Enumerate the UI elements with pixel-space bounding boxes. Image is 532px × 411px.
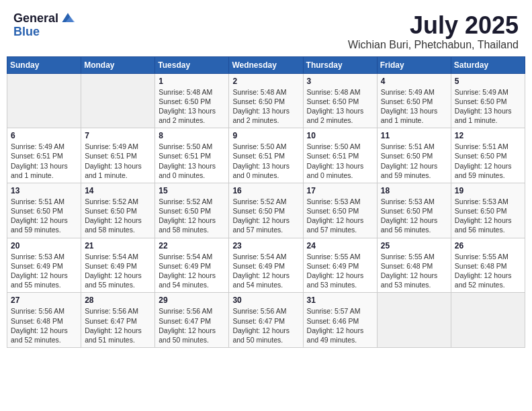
weekday-header: Saturday	[451, 56, 525, 73]
day-number: 6	[11, 131, 77, 140]
day-number: 13	[11, 186, 77, 195]
calendar-day-cell: 28Sunrise: 5:56 AMSunset: 6:47 PMDayligh…	[81, 293, 155, 348]
weekday-header: Monday	[81, 56, 155, 73]
calendar-day-cell: 18Sunrise: 5:53 AMSunset: 6:50 PMDayligh…	[377, 183, 451, 238]
day-info: Sunrise: 5:53 AMSunset: 6:50 PMDaylight:…	[307, 197, 373, 235]
day-info: Sunrise: 5:55 AMSunset: 6:48 PMDaylight:…	[455, 252, 521, 290]
day-info: Sunrise: 5:56 AMSunset: 6:47 PMDaylight:…	[159, 306, 225, 345]
calendar-day-cell: 14Sunrise: 5:52 AMSunset: 6:50 PMDayligh…	[81, 183, 155, 238]
day-number: 8	[159, 131, 225, 140]
calendar-day-cell	[377, 293, 451, 348]
header-row: SundayMondayTuesdayWednesdayThursdayFrid…	[7, 56, 525, 73]
day-info: Sunrise: 5:56 AMSunset: 6:47 PMDaylight:…	[232, 306, 299, 345]
calendar-day-cell: 30Sunrise: 5:56 AMSunset: 6:47 PMDayligh…	[229, 293, 303, 348]
calendar-day-cell: 23Sunrise: 5:54 AMSunset: 6:49 PMDayligh…	[229, 238, 303, 293]
calendar-day-cell: 8Sunrise: 5:50 AMSunset: 6:51 PMDaylight…	[155, 128, 229, 183]
calendar-body: 1Sunrise: 5:48 AMSunset: 6:50 PMDaylight…	[7, 73, 525, 347]
day-info: Sunrise: 5:51 AMSunset: 6:50 PMDaylight:…	[381, 142, 447, 180]
day-number: 17	[307, 186, 373, 195]
day-info: Sunrise: 5:52 AMSunset: 6:50 PMDaylight:…	[159, 197, 225, 235]
day-info: Sunrise: 5:52 AMSunset: 6:50 PMDaylight:…	[232, 197, 299, 235]
day-number: 16	[232, 186, 299, 195]
day-info: Sunrise: 5:55 AMSunset: 6:49 PMDaylight:…	[307, 252, 373, 290]
day-info: Sunrise: 5:51 AMSunset: 6:50 PMDaylight:…	[455, 142, 521, 180]
day-info: Sunrise: 5:48 AMSunset: 6:50 PMDaylight:…	[232, 87, 299, 126]
day-number: 5	[455, 77, 521, 86]
calendar-day-cell: 2Sunrise: 5:48 AMSunset: 6:50 PMDaylight…	[229, 73, 303, 128]
day-number: 27	[11, 295, 77, 305]
logo-blue-text: Blue	[13, 26, 76, 39]
calendar-day-cell: 29Sunrise: 5:56 AMSunset: 6:47 PMDayligh…	[155, 293, 229, 348]
location-title: Wichian Buri, Phetchabun, Thailand	[348, 39, 519, 51]
calendar-day-cell: 31Sunrise: 5:57 AMSunset: 6:46 PMDayligh…	[303, 293, 377, 348]
day-info: Sunrise: 5:48 AMSunset: 6:50 PMDaylight:…	[307, 87, 373, 126]
calendar-day-cell: 5Sunrise: 5:49 AMSunset: 6:50 PMDaylight…	[451, 73, 525, 128]
calendar-day-cell: 9Sunrise: 5:50 AMSunset: 6:51 PMDaylight…	[229, 128, 303, 183]
day-number: 10	[307, 131, 373, 140]
day-number: 21	[85, 241, 151, 250]
day-number: 3	[307, 77, 373, 86]
day-info: Sunrise: 5:56 AMSunset: 6:48 PMDaylight:…	[11, 306, 77, 345]
day-number: 2	[232, 77, 299, 86]
calendar-day-cell: 3Sunrise: 5:48 AMSunset: 6:50 PMDaylight…	[303, 73, 377, 128]
day-info: Sunrise: 5:53 AMSunset: 6:50 PMDaylight:…	[381, 197, 447, 235]
day-info: Sunrise: 5:49 AMSunset: 6:51 PMDaylight:…	[11, 142, 77, 180]
day-info: Sunrise: 5:49 AMSunset: 6:50 PMDaylight:…	[381, 87, 447, 126]
day-info: Sunrise: 5:50 AMSunset: 6:51 PMDaylight:…	[232, 142, 299, 180]
day-number: 1	[159, 77, 225, 86]
calendar-day-cell: 7Sunrise: 5:49 AMSunset: 6:51 PMDaylight…	[81, 128, 155, 183]
calendar-day-cell: 16Sunrise: 5:52 AMSunset: 6:50 PMDayligh…	[229, 183, 303, 238]
weekday-header: Wednesday	[229, 56, 303, 73]
calendar-day-cell: 15Sunrise: 5:52 AMSunset: 6:50 PMDayligh…	[155, 183, 229, 238]
calendar-day-cell: 20Sunrise: 5:53 AMSunset: 6:49 PMDayligh…	[7, 238, 81, 293]
weekday-header: Thursday	[303, 56, 377, 73]
day-info: Sunrise: 5:49 AMSunset: 6:51 PMDaylight:…	[85, 142, 151, 180]
day-info: Sunrise: 5:56 AMSunset: 6:47 PMDaylight:…	[85, 306, 151, 345]
calendar-day-cell: 22Sunrise: 5:54 AMSunset: 6:49 PMDayligh…	[155, 238, 229, 293]
logo-icon	[60, 11, 76, 25]
day-info: Sunrise: 5:55 AMSunset: 6:48 PMDaylight:…	[381, 252, 447, 290]
day-number: 31	[307, 295, 373, 305]
day-info: Sunrise: 5:52 AMSunset: 6:50 PMDaylight:…	[85, 197, 151, 235]
calendar-day-cell: 12Sunrise: 5:51 AMSunset: 6:50 PMDayligh…	[451, 128, 525, 183]
calendar-day-cell: 1Sunrise: 5:48 AMSunset: 6:50 PMDaylight…	[155, 73, 229, 128]
calendar-day-cell	[451, 293, 525, 348]
day-number: 23	[232, 241, 299, 250]
day-number: 30	[232, 295, 299, 305]
calendar-day-cell: 17Sunrise: 5:53 AMSunset: 6:50 PMDayligh…	[303, 183, 377, 238]
day-info: Sunrise: 5:49 AMSunset: 6:50 PMDaylight:…	[455, 87, 521, 126]
day-number: 28	[85, 295, 151, 305]
day-info: Sunrise: 5:51 AMSunset: 6:50 PMDaylight:…	[11, 197, 77, 235]
day-number: 15	[159, 186, 225, 195]
day-number: 12	[455, 131, 521, 140]
calendar-day-cell: 11Sunrise: 5:51 AMSunset: 6:50 PMDayligh…	[377, 128, 451, 183]
calendar-header: SundayMondayTuesdayWednesdayThursdayFrid…	[7, 56, 525, 73]
calendar-week-row: 13Sunrise: 5:51 AMSunset: 6:50 PMDayligh…	[7, 183, 525, 238]
calendar-week-row: 27Sunrise: 5:56 AMSunset: 6:48 PMDayligh…	[7, 293, 525, 348]
day-info: Sunrise: 5:50 AMSunset: 6:51 PMDaylight:…	[307, 142, 373, 180]
day-number: 14	[85, 186, 151, 195]
calendar-week-row: 20Sunrise: 5:53 AMSunset: 6:49 PMDayligh…	[7, 238, 525, 293]
logo: General Blue	[13, 12, 76, 39]
month-title: July 2025	[348, 12, 519, 39]
day-number: 22	[159, 241, 225, 250]
day-number: 26	[455, 241, 521, 250]
calendar-day-cell: 24Sunrise: 5:55 AMSunset: 6:49 PMDayligh…	[303, 238, 377, 293]
day-number: 18	[381, 186, 447, 195]
calendar-week-row: 1Sunrise: 5:48 AMSunset: 6:50 PMDaylight…	[7, 73, 525, 128]
day-info: Sunrise: 5:57 AMSunset: 6:46 PMDaylight:…	[307, 306, 373, 345]
calendar-table: SundayMondayTuesdayWednesdayThursdayFrid…	[7, 56, 525, 348]
calendar-day-cell: 21Sunrise: 5:54 AMSunset: 6:49 PMDayligh…	[81, 238, 155, 293]
day-info: Sunrise: 5:53 AMSunset: 6:49 PMDaylight:…	[11, 252, 77, 290]
day-info: Sunrise: 5:53 AMSunset: 6:50 PMDaylight:…	[455, 197, 521, 235]
calendar-day-cell: 27Sunrise: 5:56 AMSunset: 6:48 PMDayligh…	[7, 293, 81, 348]
day-number: 19	[455, 186, 521, 195]
day-number: 11	[381, 131, 447, 140]
calendar-day-cell: 13Sunrise: 5:51 AMSunset: 6:50 PMDayligh…	[7, 183, 81, 238]
day-number: 7	[85, 131, 151, 140]
day-number: 25	[381, 241, 447, 250]
weekday-header: Friday	[377, 56, 451, 73]
page-header: General Blue July 2025 Wichian Buri, Phe…	[7, 7, 525, 54]
calendar-day-cell	[7, 73, 81, 128]
calendar-day-cell: 19Sunrise: 5:53 AMSunset: 6:50 PMDayligh…	[451, 183, 525, 238]
